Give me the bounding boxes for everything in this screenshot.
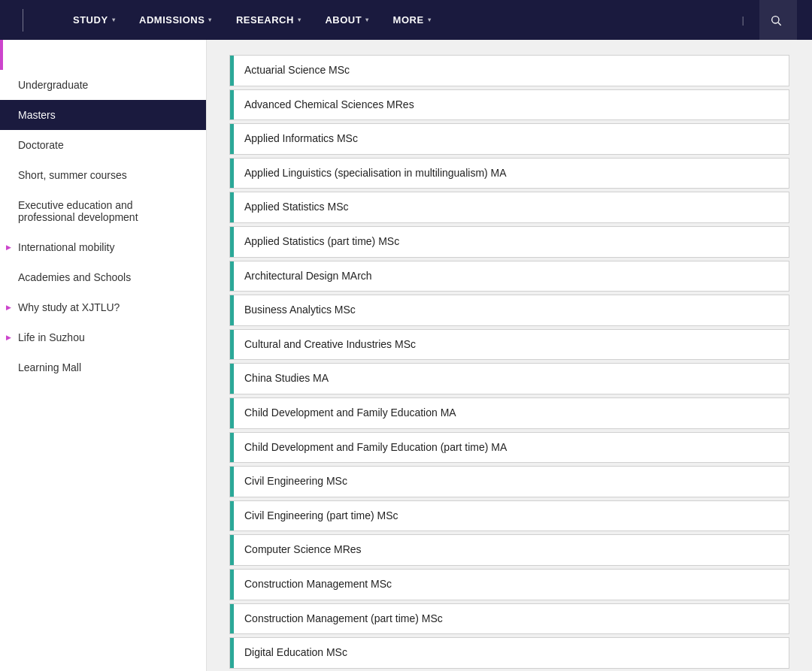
course-item-4[interactable]: Applied Statistics MSc — [229, 192, 789, 223]
course-item-label: Child Development and Family Education (… — [234, 433, 517, 463]
course-item-8[interactable]: Cultural and Creative Industries MSc — [229, 329, 789, 361]
logo-divider — [23, 9, 23, 32]
course-item-label: Applied Linguistics (specialisation in m… — [234, 159, 517, 189]
sidebar-item-label: Academies and Schools — [18, 271, 131, 283]
course-item-label: Construction Management MSc — [234, 570, 402, 600]
course-item-label: Architectural Design MArch — [234, 261, 383, 292]
course-item-5[interactable]: Applied Statistics (part time) MSc — [229, 226, 789, 258]
chevron-down-icon: ▾ — [298, 17, 301, 23]
sidebar-item-label: Learning Mall — [18, 361, 81, 373]
course-item-label: Applied Statistics MSc — [234, 192, 359, 222]
sidebar-item-7[interactable]: Why study at XJTLU? — [0, 292, 206, 322]
course-item-2[interactable]: Applied Informatics MSc — [229, 123, 789, 155]
course-item-1[interactable]: Advanced Chemical Sciences MRes — [229, 89, 789, 121]
svg-line-1 — [778, 23, 781, 26]
sidebar-item-label: Short, summer courses — [18, 169, 127, 181]
sidebar-item-label: International mobility — [18, 241, 114, 253]
course-item-label: Digital Education MSc — [234, 638, 358, 668]
course-item-15[interactable]: Construction Management MSc — [229, 569, 789, 600]
chevron-down-icon: ▾ — [112, 17, 116, 23]
course-list: Actuarial Science MScAdvanced Chemical S… — [229, 55, 789, 669]
sidebar-item-9[interactable]: Learning Mall — [0, 352, 206, 382]
course-item-label: Actuarial Science MSc — [234, 56, 360, 86]
nav-item-research[interactable]: RESEARCH ▾ — [224, 0, 313, 40]
course-item-10[interactable]: Child Development and Family Education M… — [229, 397, 789, 429]
course-item-12[interactable]: Civil Engineering MSc — [229, 466, 789, 497]
page-layout: UndergraduateMastersDoctorateShort, summ… — [0, 40, 812, 671]
nav-item-study[interactable]: STUDY ▾ — [61, 0, 127, 40]
sidebar-item-4[interactable]: Executive education and professional dev… — [0, 190, 206, 232]
course-item-3[interactable]: Applied Linguistics (specialisation in m… — [229, 158, 789, 189]
course-item-label: Civil Engineering (part time) MSc — [234, 501, 409, 531]
lang-divider: | — [742, 14, 744, 26]
course-item-13[interactable]: Civil Engineering (part time) MSc — [229, 500, 789, 532]
sidebar-item-label: Masters — [18, 109, 56, 121]
course-item-label: Applied Informatics MSc — [234, 124, 368, 154]
nav-items: STUDY ▾ADMISSIONS ▾RESEARCH ▾ABOUT ▾MORE… — [61, 0, 735, 40]
sidebar-item-label: Why study at XJTLU? — [18, 301, 120, 313]
course-item-17[interactable]: Digital Education MSc — [229, 637, 789, 669]
course-item-label: Construction Management (part time) MSc — [234, 604, 453, 634]
sidebar-item-2[interactable]: Doctorate — [0, 130, 206, 160]
course-item-11[interactable]: Child Development and Family Education (… — [229, 432, 789, 464]
course-item-0[interactable]: Actuarial Science MSc — [229, 55, 789, 86]
course-item-16[interactable]: Construction Management (part time) MSc — [229, 603, 789, 635]
sidebar-items-container: UndergraduateMastersDoctorateShort, summ… — [0, 70, 206, 382]
nav-right: | — [735, 0, 797, 40]
sidebar-item-6[interactable]: Academies and Schools — [0, 262, 206, 292]
sidebar-item-label: Executive education and professional dev… — [18, 199, 191, 223]
course-item-9[interactable]: China Studies MA — [229, 363, 789, 394]
course-item-14[interactable]: Computer Science MRes — [229, 534, 789, 566]
top-navigation: STUDY ▾ADMISSIONS ▾RESEARCH ▾ABOUT ▾MORE… — [0, 0, 812, 40]
chevron-down-icon: ▾ — [365, 17, 369, 23]
chevron-down-icon: ▾ — [208, 17, 212, 23]
course-item-label: Civil Engineering MSc — [234, 467, 358, 497]
course-item-label: Child Development and Family Education M… — [234, 398, 467, 428]
sidebar-item-5[interactable]: International mobility — [0, 232, 206, 262]
sidebar-item-label: Undergraduate — [18, 79, 88, 91]
sidebar-item-3[interactable]: Short, summer courses — [0, 160, 206, 190]
nav-item-about[interactable]: ABOUT ▾ — [313, 0, 380, 40]
sidebar-item-label: Doctorate — [18, 139, 64, 151]
course-item-6[interactable]: Architectural Design MArch — [229, 261, 789, 292]
course-item-label: Business Analytics MSc — [234, 295, 366, 325]
course-item-label: Advanced Chemical Sciences MRes — [234, 90, 425, 120]
course-item-label: Cultural and Creative Industries MSc — [234, 330, 426, 360]
sidebar-item-label: Life in Suzhou — [18, 331, 85, 343]
sidebar-item-8[interactable]: Life in Suzhou — [0, 322, 206, 352]
svg-point-0 — [772, 16, 779, 23]
course-item-7[interactable]: Business Analytics MSc — [229, 295, 789, 326]
search-icon — [770, 14, 782, 26]
sidebar-item-1[interactable]: Masters — [0, 100, 206, 130]
course-item-label: Computer Science MRes — [234, 535, 372, 565]
nav-item-admissions[interactable]: ADMISSIONS ▾ — [127, 0, 224, 40]
course-item-label: Applied Statistics (part time) MSc — [234, 227, 410, 257]
sidebar-header — [0, 40, 206, 70]
sidebar: UndergraduateMastersDoctorateShort, summ… — [0, 40, 207, 671]
sidebar-item-0[interactable]: Undergraduate — [0, 70, 206, 100]
course-item-label: China Studies MA — [234, 364, 339, 394]
chevron-down-icon: ▾ — [428, 17, 432, 23]
nav-item-more[interactable]: MORE ▾ — [381, 0, 444, 40]
logo-area[interactable] — [15, 9, 31, 32]
main-content: Actuarial Science MScAdvanced Chemical S… — [207, 40, 812, 671]
search-button[interactable] — [759, 0, 797, 40]
